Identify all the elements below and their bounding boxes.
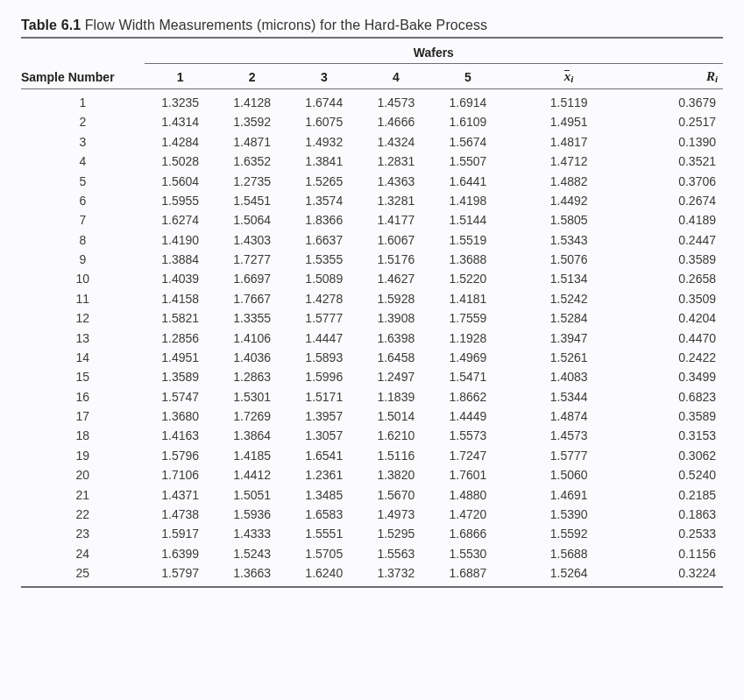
cell-wafer-2: 1.3592 <box>216 112 288 131</box>
cell-wafer-1: 1.5797 <box>145 563 216 586</box>
cell-wafer-5: 1.3688 <box>432 250 504 269</box>
cell-wafer-1: 1.5796 <box>145 446 216 465</box>
cell-range: 0.3589 <box>634 407 723 426</box>
table-row: 21.43141.35921.60751.46661.61091.49510.2… <box>21 112 723 131</box>
cell-wafer-5: 1.7247 <box>432 446 504 465</box>
cell-wafer-4: 1.3732 <box>360 563 432 586</box>
cell-wafer-3: 1.3841 <box>288 152 360 171</box>
cell-wafer-5: 1.6441 <box>432 171 504 190</box>
table-row: 71.62741.50641.83661.41771.51441.58050.4… <box>21 210 723 230</box>
cell-gap <box>606 446 634 465</box>
cell-sample-number: 16 <box>21 386 145 406</box>
cell-range: 0.2533 <box>634 524 723 543</box>
cell-xbar: 1.4573 <box>531 426 606 445</box>
cell-wafer-3: 1.5777 <box>288 308 360 328</box>
wafers-spanner: Wafers <box>145 39 723 64</box>
col-wafer-1: 1 <box>145 64 216 89</box>
cell-wafer-1: 1.5955 <box>145 191 216 210</box>
cell-wafer-4: 1.6458 <box>360 348 432 367</box>
cell-wafer-3: 1.5355 <box>288 250 360 269</box>
cell-gap <box>504 250 531 269</box>
cell-wafer-4: 1.6210 <box>360 426 432 445</box>
cell-range: 0.4470 <box>634 328 723 347</box>
cell-gap <box>606 484 634 504</box>
cell-wafer-2: 1.5301 <box>216 386 288 406</box>
cell-wafer-5: 1.4720 <box>432 505 504 524</box>
cell-wafer-2: 1.6697 <box>216 269 288 288</box>
table-row: 101.40391.66971.50891.46271.52201.51340.… <box>21 269 723 288</box>
cell-wafer-4: 1.6398 <box>360 328 432 347</box>
cell-xbar: 1.5076 <box>531 250 606 269</box>
cell-sample-number: 21 <box>21 484 145 504</box>
cell-xbar: 1.5592 <box>531 524 606 543</box>
cell-gap <box>504 152 531 171</box>
cell-wafer-5: 1.4198 <box>432 191 504 210</box>
table-row: 221.47381.59361.65831.49731.47201.53900.… <box>21 505 723 524</box>
cell-sample-number: 7 <box>21 210 145 230</box>
cell-wafer-3: 1.3485 <box>288 484 360 504</box>
table-row: 121.58211.33551.57771.39081.75591.52840.… <box>21 308 723 328</box>
cell-wafer-5: 1.4181 <box>432 289 504 308</box>
cell-range: 0.3521 <box>634 152 723 171</box>
table-body: 11.32351.41281.67441.45731.69141.51190.3… <box>21 89 723 587</box>
cell-wafer-4: 1.6067 <box>360 230 432 249</box>
cell-sample-number: 9 <box>21 250 145 269</box>
cell-range: 0.2517 <box>634 112 723 131</box>
cell-sample-number: 5 <box>21 171 145 190</box>
cell-gap <box>606 563 634 586</box>
cell-sample-number: 24 <box>21 543 145 562</box>
cell-gap <box>606 465 634 484</box>
cell-gap <box>504 524 531 543</box>
cell-wafer-3: 1.5265 <box>288 171 360 190</box>
cell-wafer-2: 1.3864 <box>216 426 288 445</box>
cell-gap <box>504 505 531 524</box>
cell-wafer-3: 1.3957 <box>288 407 360 426</box>
cell-wafer-2: 1.4333 <box>216 524 288 543</box>
table-row: 81.41901.43031.66371.60671.55191.53430.2… <box>21 230 723 249</box>
cell-wafer-4: 1.4363 <box>360 171 432 190</box>
cell-wafer-1: 1.5917 <box>145 524 216 543</box>
table-row: 91.38841.72771.53551.51761.36881.50760.3… <box>21 250 723 269</box>
table-row: 141.49511.40361.58931.64581.49691.52610.… <box>21 348 723 367</box>
cell-sample-number: 12 <box>21 308 145 328</box>
cell-range: 0.2422 <box>634 348 723 367</box>
cell-wafer-1: 1.3235 <box>145 89 216 113</box>
cell-sample-number: 13 <box>21 328 145 347</box>
cell-wafer-3: 1.3057 <box>288 426 360 445</box>
cell-wafer-1: 1.4190 <box>145 230 216 249</box>
cell-gap <box>606 112 634 131</box>
cell-wafer-2: 1.4185 <box>216 446 288 465</box>
col-sample-number: Sample Number <box>21 64 145 89</box>
cell-gap <box>606 269 634 288</box>
cell-wafer-1: 1.7106 <box>145 465 216 484</box>
cell-gap <box>504 328 531 347</box>
cell-wafer-5: 1.5674 <box>432 132 504 152</box>
cell-wafer-5: 1.8662 <box>432 386 504 406</box>
cell-wafer-2: 1.7269 <box>216 407 288 426</box>
cell-gap <box>606 89 634 113</box>
cell-wafer-2: 1.2863 <box>216 367 288 386</box>
cell-wafer-4: 1.5116 <box>360 446 432 465</box>
cell-wafer-2: 1.5243 <box>216 543 288 562</box>
cell-range: 0.3589 <box>634 250 723 269</box>
cell-gap <box>504 171 531 190</box>
cell-wafer-4: 1.4973 <box>360 505 432 524</box>
cell-wafer-4: 1.3820 <box>360 465 432 484</box>
cell-range: 0.2185 <box>634 484 723 504</box>
cell-xbar: 1.5134 <box>531 269 606 288</box>
cell-wafer-1: 1.5604 <box>145 171 216 190</box>
table-row: 201.71061.44121.23611.38201.76011.50600.… <box>21 465 723 484</box>
cell-gap <box>504 484 531 504</box>
cell-gap <box>606 407 634 426</box>
table-row: 251.57971.36631.62401.37321.68871.52640.… <box>21 563 723 586</box>
cell-xbar: 1.5688 <box>531 543 606 562</box>
cell-wafer-4: 1.2831 <box>360 152 432 171</box>
cell-gap <box>504 308 531 328</box>
cell-wafer-5: 1.6866 <box>432 524 504 543</box>
table-row: 51.56041.27351.52651.43631.64411.48820.3… <box>21 171 723 190</box>
cell-wafer-1: 1.4284 <box>145 132 216 152</box>
cell-range: 0.3153 <box>634 426 723 445</box>
cell-range: 0.3706 <box>634 171 723 190</box>
table-title: Flow Width Measurements (microns) for th… <box>85 18 487 32</box>
cell-wafer-2: 1.5051 <box>216 484 288 504</box>
